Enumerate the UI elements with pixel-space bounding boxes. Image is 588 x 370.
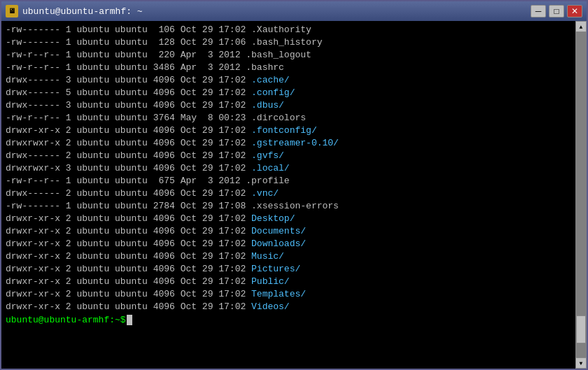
line-prefix: -rw-r--r-- 1 ubuntu ubuntu 3486 Apr 3 20… [6, 62, 246, 74]
line-filename: .gstreamer-0.10/ [251, 137, 339, 150]
scrollbar[interactable]: ▲ ▼ [575, 21, 587, 369]
terminal-line: drwx------ 3 ubuntu ubuntu 4096 Oct 29 1… [6, 74, 571, 87]
line-filename: .cache/ [251, 74, 290, 87]
terminal-window: 🖥 ubuntu@ubuntu-armhf: ~ ─ □ ✕ -rw------… [0, 0, 588, 370]
terminal-line: drwxrwxr-x 3 ubuntu ubuntu 4096 Oct 29 1… [6, 162, 571, 175]
terminal-line: drwxr-xr-x 2 ubuntu ubuntu 4096 Oct 29 1… [6, 288, 571, 301]
line-prefix: -rw-r--r-- 1 ubuntu ubuntu 3764 May 8 00… [6, 112, 251, 124]
scroll-thumb[interactable] [576, 315, 586, 343]
line-filename: .gvfs/ [251, 150, 284, 162]
scroll-track [575, 32, 587, 357]
line-filename: .fontconfig/ [251, 124, 317, 137]
line-prefix: -rw-r--r-- 1 ubuntu ubuntu 220 Apr 3 201… [6, 49, 246, 62]
terminal-line: drwxr-xr-x 2 ubuntu ubuntu 4096 Oct 29 1… [6, 238, 571, 250]
line-prefix: drwxr-xr-x 2 ubuntu ubuntu 4096 Oct 29 1… [6, 288, 251, 301]
terminal-line: drwxrwxr-x 2 ubuntu ubuntu 4096 Oct 29 1… [6, 137, 571, 150]
terminal-line: drwxr-xr-x 2 ubuntu ubuntu 4096 Oct 29 1… [6, 213, 571, 225]
line-prefix: -rw------- 1 ubuntu ubuntu 128 Oct 29 17… [6, 36, 251, 49]
scroll-down-button[interactable]: ▼ [575, 357, 587, 369]
line-filename: Downloads/ [251, 238, 306, 250]
terminal-line: -rw------- 1 ubuntu ubuntu 128 Oct 29 17… [6, 36, 571, 49]
line-filename: .bash_history [251, 36, 322, 49]
line-prefix: drwxr-xr-x 2 ubuntu ubuntu 4096 Oct 29 1… [6, 301, 251, 313]
titlebar: 🖥 ubuntu@ubuntu-armhf: ~ ─ □ ✕ [1, 1, 587, 21]
line-prefix: drwxr-xr-x 2 ubuntu ubuntu 4096 Oct 29 1… [6, 124, 251, 137]
terminal-line: drwxr-xr-x 2 ubuntu ubuntu 4096 Oct 29 1… [6, 124, 571, 137]
terminal-line: drwxr-xr-x 2 ubuntu ubuntu 4096 Oct 29 1… [6, 301, 571, 313]
maximize-button[interactable]: □ [549, 5, 564, 17]
terminal-line: -rw-r--r-- 1 ubuntu ubuntu 3764 May 8 00… [6, 112, 571, 124]
prompt-text: ubuntu@ubuntu-armhf:~$ [6, 315, 126, 325]
terminal-line: drwx------ 2 ubuntu ubuntu 4096 Oct 29 1… [6, 187, 571, 200]
terminal-line: drwxr-xr-x 2 ubuntu ubuntu 4096 Oct 29 1… [6, 263, 571, 276]
terminal-wrapper: -rw------- 1 ubuntu ubuntu 106 Oct 29 17… [1, 21, 587, 369]
line-filename: .local/ [251, 162, 290, 175]
line-prefix: drwxr-xr-x 2 ubuntu ubuntu 4096 Oct 29 1… [6, 250, 251, 263]
line-filename: .bashrc [246, 62, 284, 74]
line-prefix: drwx------ 3 ubuntu ubuntu 4096 Oct 29 1… [6, 99, 251, 112]
terminal-line: drwxr-xr-x 2 ubuntu ubuntu 4096 Oct 29 1… [6, 276, 571, 288]
prompt-line: ubuntu@ubuntu-armhf:~$ [6, 313, 571, 326]
line-prefix: drwxr-xr-x 2 ubuntu ubuntu 4096 Oct 29 1… [6, 213, 251, 225]
close-button[interactable]: ✕ [567, 5, 582, 17]
line-filename: Templates/ [251, 288, 306, 301]
line-prefix: -rw------- 1 ubuntu ubuntu 2784 Oct 29 1… [6, 200, 251, 213]
line-filename: Public/ [251, 276, 290, 288]
line-prefix: drwx------ 5 ubuntu ubuntu 4096 Oct 29 1… [6, 87, 251, 99]
terminal-content[interactable]: -rw------- 1 ubuntu ubuntu 106 Oct 29 17… [1, 21, 575, 369]
line-filename: Music/ [251, 250, 284, 263]
line-filename: Pictures/ [251, 263, 300, 276]
terminal-line: drwx------ 5 ubuntu ubuntu 4096 Oct 29 1… [6, 87, 571, 99]
terminal-line: -rw-r--r-- 1 ubuntu ubuntu 3486 Apr 3 20… [6, 62, 571, 74]
line-filename: .profile [246, 175, 289, 187]
window-icon: 🖥 [6, 5, 18, 17]
line-filename: .dircolors [251, 112, 306, 124]
terminal-line: -rw------- 1 ubuntu ubuntu 2784 Oct 29 1… [6, 200, 571, 213]
minimize-button[interactable]: ─ [531, 5, 546, 17]
line-prefix: -rw------- 1 ubuntu ubuntu 106 Oct 29 17… [6, 24, 251, 36]
terminal-line: drwx------ 2 ubuntu ubuntu 4096 Oct 29 1… [6, 150, 571, 162]
line-prefix: drwx------ 2 ubuntu ubuntu 4096 Oct 29 1… [6, 150, 251, 162]
terminal-line: drwx------ 3 ubuntu ubuntu 4096 Oct 29 1… [6, 99, 571, 112]
line-prefix: drwxr-xr-x 2 ubuntu ubuntu 4096 Oct 29 1… [6, 276, 251, 288]
line-prefix: drwx------ 3 ubuntu ubuntu 4096 Oct 29 1… [6, 74, 251, 87]
terminal-line: -rw-r--r-- 1 ubuntu ubuntu 220 Apr 3 201… [6, 49, 571, 62]
line-filename: .config/ [251, 87, 295, 99]
line-filename: .Xauthority [251, 24, 312, 36]
line-prefix: drwxrwxr-x 2 ubuntu ubuntu 4096 Oct 29 1… [6, 137, 251, 150]
line-filename: Documents/ [251, 225, 306, 238]
line-prefix: drwxr-xr-x 2 ubuntu ubuntu 4096 Oct 29 1… [6, 263, 251, 276]
terminal-line: drwxr-xr-x 2 ubuntu ubuntu 4096 Oct 29 1… [6, 225, 571, 238]
terminal-line: drwxr-xr-x 2 ubuntu ubuntu 4096 Oct 29 1… [6, 250, 571, 263]
line-filename: .vnc/ [251, 187, 279, 200]
line-filename: .xsession-errors [251, 200, 339, 213]
window-controls: ─ □ ✕ [531, 5, 582, 17]
line-prefix: drwxr-xr-x 2 ubuntu ubuntu 4096 Oct 29 1… [6, 238, 251, 250]
line-prefix: drwx------ 2 ubuntu ubuntu 4096 Oct 29 1… [6, 187, 251, 200]
line-filename: .bash_logout [246, 49, 312, 62]
terminal-line: -rw-r--r-- 1 ubuntu ubuntu 675 Apr 3 201… [6, 175, 571, 187]
cursor [127, 315, 132, 325]
line-filename: .dbus/ [251, 99, 284, 112]
scroll-up-button[interactable]: ▲ [575, 21, 587, 32]
line-filename: Videos/ [251, 301, 290, 313]
line-prefix: drwxrwxr-x 3 ubuntu ubuntu 4096 Oct 29 1… [6, 162, 251, 175]
window-title: ubuntu@ubuntu-armhf: ~ [22, 6, 531, 17]
line-filename: Desktop/ [251, 213, 295, 225]
line-prefix: -rw-r--r-- 1 ubuntu ubuntu 675 Apr 3 201… [6, 175, 246, 187]
terminal-line: -rw------- 1 ubuntu ubuntu 106 Oct 29 17… [6, 24, 571, 36]
line-prefix: drwxr-xr-x 2 ubuntu ubuntu 4096 Oct 29 1… [6, 225, 251, 238]
